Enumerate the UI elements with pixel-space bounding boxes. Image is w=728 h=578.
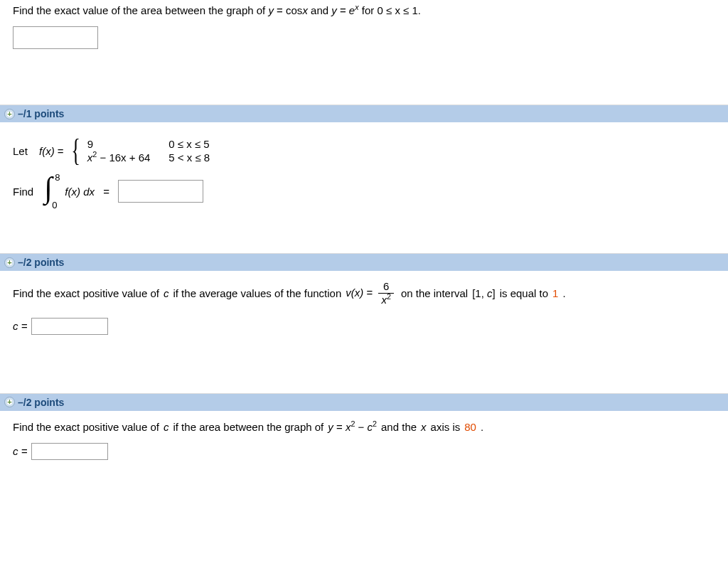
brace-icon: { [71, 137, 80, 165]
points-label: –/2 points [18, 257, 64, 268]
expand-icon[interactable]: + [4, 257, 15, 268]
cases-grid: 9 0 ≤ x ≤ 5 x2 − 16x + 64 5 < x ≤ 8 [87, 138, 210, 164]
answer-input[interactable] [13, 26, 98, 49]
answer-input[interactable] [118, 180, 203, 203]
question-0-prompt: Find the exact value of the area between… [13, 0, 719, 16]
points-label: –/2 points [18, 397, 64, 408]
int-upper: 8 [55, 172, 60, 183]
highlight-value: 1 [552, 287, 558, 299]
answer-label: c = [13, 320, 27, 332]
int-lower: 0 [52, 200, 57, 210]
expand-icon[interactable]: + [4, 109, 15, 119]
question-2: + –/2 points Find the exact positive val… [0, 254, 728, 394]
integrand: f(x) dx [65, 186, 95, 198]
text: and [311, 4, 331, 16]
question-0: Find the exact value of the area between… [0, 0, 728, 105]
math-expr: y = ex [331, 4, 362, 16]
math-expr: y = cosx [268, 4, 311, 16]
points-bar: + –/2 points [0, 394, 728, 411]
answer-input[interactable] [31, 443, 108, 460]
answer-input[interactable] [31, 318, 108, 335]
points-bar: + –/2 points [0, 254, 728, 271]
text: Find the exact value of the area between… [13, 4, 268, 16]
question-3: + –/2 points Find the exact positive val… [0, 394, 728, 477]
integral-row: Find ∫ 8 0 f(x) dx = [13, 175, 719, 208]
answer-label: c = [13, 445, 27, 457]
math-range: 0 ≤ x ≤ 1. [377, 4, 421, 16]
question-3-prompt: Find the exact positive value of c if th… [13, 421, 719, 433]
integral-symbol: ∫ 8 0 [42, 175, 62, 208]
let-label: Let [13, 145, 28, 157]
piecewise-definition: Let f(x) = { 9 0 ≤ x ≤ 5 x2 − 16x + 64 5… [13, 137, 719, 165]
points-label: –/1 points [18, 108, 64, 119]
func-name: f(x) = [39, 145, 64, 157]
expand-icon[interactable]: + [4, 397, 15, 407]
highlight-value: 80 [464, 421, 476, 433]
find-label: Find [13, 186, 33, 198]
question-1: + –/1 points Let f(x) = { 9 0 ≤ x ≤ 5 x2… [0, 105, 728, 254]
text: for [362, 4, 378, 16]
points-bar: + –/1 points [0, 105, 728, 122]
question-2-prompt: Find the exact positive value of c if th… [13, 281, 719, 306]
